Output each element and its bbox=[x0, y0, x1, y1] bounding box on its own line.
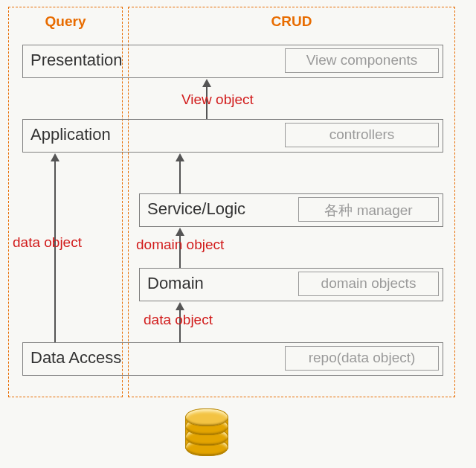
arrow-view-object-head bbox=[202, 79, 211, 87]
tag-data-access: repo(data object) bbox=[285, 346, 439, 371]
diagram-root: Query CRUD Presentation View components … bbox=[0, 0, 476, 468]
layer-domain-label: Domain bbox=[147, 274, 204, 293]
arrow-service-app-head bbox=[176, 153, 184, 161]
arrow-domain-service-head bbox=[176, 228, 184, 236]
arrow-data-domain-head bbox=[176, 302, 184, 310]
tag-domain: domain objects bbox=[298, 272, 439, 296]
tag-presentation: View components bbox=[285, 48, 439, 73]
arrow-service-app bbox=[179, 161, 181, 193]
label-query: data object bbox=[13, 234, 82, 251]
crud-header: CRUD bbox=[128, 13, 455, 30]
label-data-object: data object bbox=[144, 312, 213, 328]
layer-data-access-label: Data Access bbox=[30, 348, 121, 368]
layer-application-label: Application bbox=[30, 125, 111, 144]
layer-service-label: Service/Logic bbox=[147, 199, 245, 219]
tag-application: controllers bbox=[285, 123, 439, 147]
database-icon bbox=[185, 410, 228, 453]
label-view-object: View object bbox=[181, 92, 254, 108]
label-domain-object: domain object bbox=[136, 237, 224, 253]
arrow-query-head bbox=[51, 153, 60, 161]
arrow-query-path bbox=[54, 161, 56, 342]
layer-presentation-label: Presentation bbox=[30, 51, 123, 70]
tag-service: 各种 manager bbox=[298, 197, 439, 222]
query-header: Query bbox=[8, 13, 123, 30]
